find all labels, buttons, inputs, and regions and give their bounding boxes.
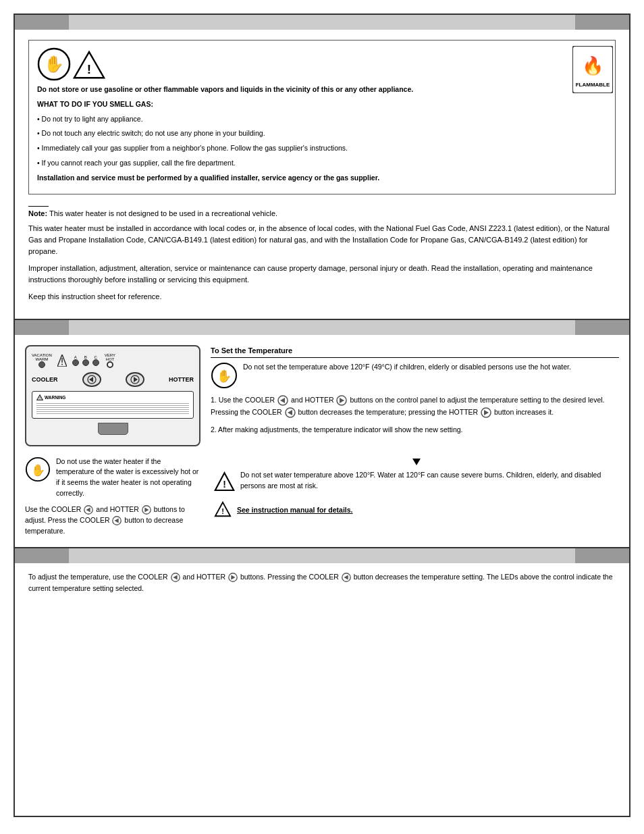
caution-text-2: See instruction manual for details. (237, 505, 353, 516)
section-2-header (15, 320, 629, 335)
section-2: VACATION WARM A (15, 320, 629, 548)
s3-header-tab-left (15, 548, 69, 563)
c-label: C (95, 355, 97, 359)
warm-label: WARM (36, 357, 49, 361)
section2-lower: ✋ Do not use the water heater if the tem… (15, 457, 629, 547)
section-1-header (15, 15, 629, 30)
section-1: 🔥 FLAMMABLE ✋ (15, 15, 629, 320)
s2-header-tab-right (575, 320, 629, 335)
warning-box: 🔥 FLAMMABLE ✋ (28, 40, 616, 194)
panel-warning-title: ! WARNING (36, 394, 189, 401)
body-text-2: Improper installation, adjustment, alter… (28, 263, 616, 286)
c-dot (92, 359, 99, 366)
section-2-main: VACATION WARM A (15, 335, 629, 457)
warning-header: ✋ ! (37, 47, 607, 78)
panel-line-5 (36, 411, 189, 412)
svg-text:✋: ✋ (217, 369, 232, 384)
warning-line-1: Do not store or use gasoline or other fl… (37, 84, 607, 95)
svg-point-9 (61, 363, 63, 365)
section3-text: To adjust the temperature, use the COOLE… (28, 571, 616, 594)
section-3-header (15, 548, 629, 563)
body-text-3: Keep this instruction sheet for referenc… (28, 291, 616, 303)
warning-line-3: • Do not try to light any appliance. (37, 114, 607, 125)
s3-header-tab-right (575, 548, 629, 563)
temperature-heading-row: To Set the Temperature ✋ Do not set the … (211, 345, 619, 441)
panel-line-3 (36, 407, 189, 408)
svg-text:!: ! (221, 507, 224, 515)
warning-triangle-icon: ! (73, 49, 100, 76)
header-bar (69, 15, 575, 30)
warm-dot (38, 361, 45, 368)
svg-text:!: ! (87, 62, 91, 76)
section-1-content: 🔥 FLAMMABLE ✋ (15, 30, 629, 319)
svg-text:✋: ✋ (31, 463, 46, 477)
stop-hand-icon: ✋ (37, 47, 68, 78)
panel-line-2 (36, 405, 189, 406)
b-dot (82, 359, 89, 366)
stop-hand-lower: ✋ (25, 457, 51, 482)
svg-text:🔥: 🔥 (582, 55, 604, 76)
section2-right-col: To Set the Temperature ✋ Do not set the … (211, 345, 619, 446)
header-tab-left (15, 15, 69, 30)
warning-text-block: Do not store or use gasoline or other fl… (37, 84, 607, 183)
s3-header-bar (69, 548, 575, 563)
note-text: Note: This water heater is not designed … (28, 201, 616, 217)
warning-label: WARNING (45, 395, 65, 400)
header-tab-right (575, 15, 629, 30)
document-container: 🔥 FLAMMABLE ✋ (14, 14, 630, 817)
flammable-icon: 🔥 FLAMMABLE (572, 46, 610, 83)
panel-line-6 (36, 413, 189, 414)
stop-hand-right: ✋ (211, 362, 238, 389)
panel-line-1 (36, 403, 189, 404)
hotter-button[interactable] (126, 372, 144, 387)
warning-line-4: • Do not touch any electric switch; do n… (37, 128, 607, 139)
panel-line-4 (36, 409, 189, 410)
panel-warning-area: ! WARNING (32, 391, 194, 419)
s2-header-tab-left (15, 320, 69, 335)
svg-text:✋: ✋ (44, 54, 64, 74)
lower-right: ! Do not set water temperature above 120… (214, 457, 619, 537)
panel-pipe (98, 423, 128, 435)
cooler-button[interactable] (82, 372, 101, 387)
panel-top-row: VACATION WARM A (32, 353, 194, 368)
warning-line-2: WHAT TO DO IF YOU SMELL GAS: (37, 99, 607, 110)
cooler-label: COOLER (32, 376, 58, 383)
s2-header-bar (69, 320, 575, 335)
temperature-heading: To Set the Temperature (211, 345, 619, 359)
b-label: B (84, 355, 87, 359)
body-text-1: This water heater must be installed in a… (28, 223, 616, 257)
down-arrow-icon (412, 459, 421, 465)
a-dot (72, 359, 79, 366)
panel-middle-row: COOLER HOTTER (32, 372, 194, 387)
section-3-content: To adjust the temperature, use the COOLE… (15, 563, 629, 602)
svg-text:!: ! (223, 479, 226, 490)
lower-instruction: Use the COOLER and HOTTER buttons to adj… (25, 504, 200, 537)
caution-text-1: Do not set water temperature above 120°F… (240, 470, 619, 492)
very-hot-label2: HOT (106, 357, 115, 361)
very-hot-dot (107, 361, 113, 368)
control-panel-diagram: VACATION WARM A (25, 345, 200, 446)
instruction-1: 1. Use the COOLER and HOTTER buttons on … (211, 394, 619, 419)
warning-triangle-large: ! (214, 470, 235, 494)
hotter-label: HOTTER (169, 376, 194, 383)
a-label: A (74, 355, 77, 359)
lower-left: ✋ Do not use the water heater if the tem… (25, 457, 200, 537)
warning-line-6: • If you cannot reach your gas supplier,… (37, 158, 607, 169)
section-3: To adjust the temperature, use the COOLE… (15, 548, 629, 602)
warning-triangle-small: ! (214, 501, 232, 519)
svg-text:FLAMMABLE: FLAMMABLE (576, 82, 610, 88)
warning-line-5: • Immediately call your gas supplier fro… (37, 143, 607, 154)
stop-note: Do not set the temperature above 120°F (… (243, 362, 571, 373)
instruction-2: 2. After making adjustments, the tempera… (211, 424, 619, 435)
lower-stop-note: Do not use the water heater if the tempe… (56, 457, 200, 499)
warning-line-7: Installation and service must be perform… (37, 173, 607, 184)
